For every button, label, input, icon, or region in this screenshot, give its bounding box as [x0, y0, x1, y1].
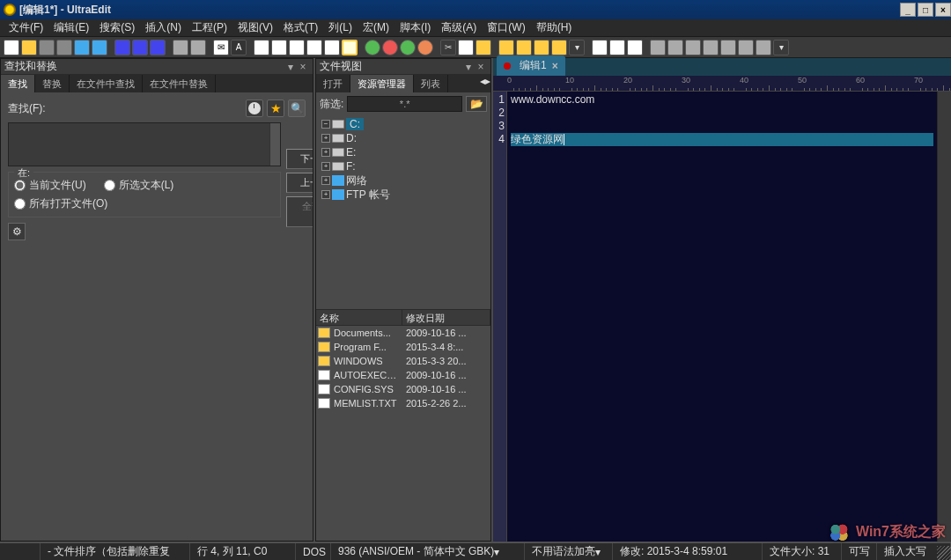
find-input[interactable] — [8, 122, 281, 166]
status-encoding2[interactable]: 936 (ANSI/OEM - 简体中文 GBK) ▾ — [331, 543, 525, 560]
back-icon[interactable] — [417, 40, 433, 55]
open-icon[interactable] — [21, 40, 37, 55]
stop-icon[interactable] — [400, 40, 416, 55]
view5-icon[interactable] — [324, 40, 340, 55]
radio-all-open[interactable]: 所有打开文件(O) — [14, 196, 107, 211]
editor-tab[interactable]: 编辑1 × — [497, 55, 565, 76]
copy-icon[interactable] — [458, 40, 474, 55]
drive-e[interactable]: +E: — [318, 145, 489, 159]
settings-icon[interactable]: ⚙ — [8, 223, 26, 240]
file-row[interactable]: WINDOWS2015-3-3 20... — [316, 354, 490, 368]
editor-content[interactable]: www.downcc.com 绿色资源网 — [507, 92, 937, 542]
view2-icon[interactable] — [271, 40, 287, 55]
misc3-icon[interactable] — [685, 40, 701, 55]
tab-replace-in-files[interactable]: 在文件中替换 — [143, 75, 216, 92]
view1-icon[interactable] — [254, 40, 269, 55]
tab-scroll-right-icon[interactable]: ▸ — [485, 75, 490, 92]
folder4-icon[interactable] — [551, 40, 567, 55]
menu-project[interactable]: 工程(P) — [187, 18, 232, 37]
preview-icon[interactable] — [190, 40, 206, 55]
folder3-icon[interactable] — [534, 40, 549, 55]
font-icon[interactable]: A — [231, 40, 247, 55]
browse-folder-icon[interactable]: 📂 — [466, 96, 487, 112]
menu-help[interactable]: 帮助(H) — [531, 18, 578, 37]
fv-close-icon[interactable]: × — [475, 61, 487, 73]
file-row[interactable]: Program F...2015-3-4 8:... — [316, 340, 490, 354]
menu-insert[interactable]: 插入(N) — [140, 18, 187, 37]
view6-icon[interactable] — [342, 40, 358, 55]
maximize-button[interactable]: □ — [918, 3, 933, 17]
panel-dropdown-icon[interactable]: ▾ — [284, 61, 297, 73]
print-icon[interactable] — [173, 40, 188, 55]
menu-column[interactable]: 列(L) — [323, 18, 358, 37]
ftp2-icon[interactable] — [92, 40, 107, 55]
close-file-icon[interactable] — [39, 40, 55, 55]
misc8-icon[interactable]: ▾ — [773, 40, 789, 55]
prev-button[interactable]: 上一个(P) — [286, 173, 313, 193]
view3-icon[interactable] — [289, 40, 305, 55]
menu-window[interactable]: 窗口(W) — [482, 18, 530, 37]
drive-f[interactable]: +F: — [318, 159, 489, 173]
status-syntax[interactable]: 不用语法加亮 ▾ — [525, 543, 613, 560]
ftp-icon[interactable] — [74, 40, 90, 55]
favorite-icon[interactable]: ★ — [267, 99, 284, 117]
refresh-icon[interactable] — [382, 40, 398, 55]
col-name[interactable]: 名称 — [316, 310, 402, 325]
saveas-icon[interactable] — [132, 40, 148, 55]
history-icon[interactable] — [246, 99, 263, 117]
misc7-icon[interactable] — [756, 40, 771, 55]
menu-search[interactable]: 搜索(S) — [94, 18, 140, 37]
file-row[interactable]: Documents...2009-10-16 ... — [316, 326, 490, 340]
misc6-icon[interactable] — [738, 40, 754, 55]
misc2-icon[interactable] — [667, 40, 683, 55]
save-icon[interactable] — [114, 40, 130, 55]
menu-advanced[interactable]: 高级(A) — [436, 18, 482, 37]
file-row[interactable]: MEMLIST.TXT2015-2-26 2... — [316, 396, 490, 410]
paste-icon[interactable] — [476, 40, 491, 55]
web-icon[interactable] — [365, 40, 380, 55]
tab-replace[interactable]: 替换 — [35, 75, 70, 92]
vertical-scrollbar[interactable] — [937, 92, 951, 542]
menu-script[interactable]: 脚本(I) — [394, 18, 436, 37]
cut-icon[interactable]: ✂ — [440, 40, 456, 55]
new-icon[interactable] — [4, 40, 19, 55]
misc5-icon[interactable] — [720, 40, 736, 55]
mail-icon[interactable]: ✉ — [213, 40, 229, 55]
tool3-icon[interactable] — [627, 40, 643, 55]
close-button[interactable]: × — [935, 3, 951, 17]
fv-dropdown-icon[interactable]: ▾ — [462, 61, 475, 73]
regex-icon[interactable]: 🔍 — [288, 99, 306, 117]
drive-network[interactable]: +网络 — [318, 173, 489, 188]
resize-grip[interactable] — [937, 546, 951, 560]
view4-icon[interactable] — [306, 40, 322, 55]
filter-input[interactable]: *.* — [347, 96, 462, 112]
radio-selected-text[interactable]: 所选文本(L) — [104, 178, 174, 193]
tool1-icon[interactable] — [592, 40, 608, 55]
tool2-icon[interactable] — [609, 40, 625, 55]
saveall-icon[interactable] — [150, 40, 166, 55]
drive-ftp[interactable]: +FTP 帐号 — [318, 188, 489, 202]
next-button[interactable]: 下一个(N) — [286, 149, 313, 169]
closeall-icon[interactable] — [56, 40, 72, 55]
tab-close-icon[interactable]: × — [552, 60, 558, 72]
arrow-icon[interactable]: ▾ — [569, 40, 585, 55]
drive-c[interactable]: −C: — [318, 117, 489, 131]
menu-edit[interactable]: 编辑(E) — [48, 18, 94, 37]
file-row[interactable]: AUTOEXEC.BAT2009-10-16 ... — [316, 368, 490, 382]
drive-d[interactable]: +D: — [318, 131, 489, 145]
tab-open[interactable]: 打开 — [316, 75, 350, 92]
folder1-icon[interactable] — [498, 40, 514, 55]
panel-close-icon[interactable]: × — [297, 61, 309, 73]
misc1-icon[interactable] — [650, 40, 666, 55]
menu-view[interactable]: 视图(V) — [232, 18, 278, 37]
radio-current-file[interactable]: 当前文件(U) — [14, 178, 86, 193]
tab-find-in-files[interactable]: 在文件中查找 — [70, 75, 143, 92]
tab-find[interactable]: 查找 — [1, 75, 35, 92]
minimize-button[interactable]: _ — [900, 3, 916, 17]
col-date[interactable]: 修改日期 — [402, 310, 490, 325]
file-row[interactable]: CONFIG.SYS2009-10-16 ... — [316, 382, 490, 396]
menu-format[interactable]: 格式(T) — [278, 18, 323, 37]
tab-explorer[interactable]: 资源管理器 — [350, 75, 414, 92]
count-button[interactable]: 全部统计(A) — [286, 196, 313, 227]
menu-file[interactable]: 文件(F) — [4, 18, 48, 37]
